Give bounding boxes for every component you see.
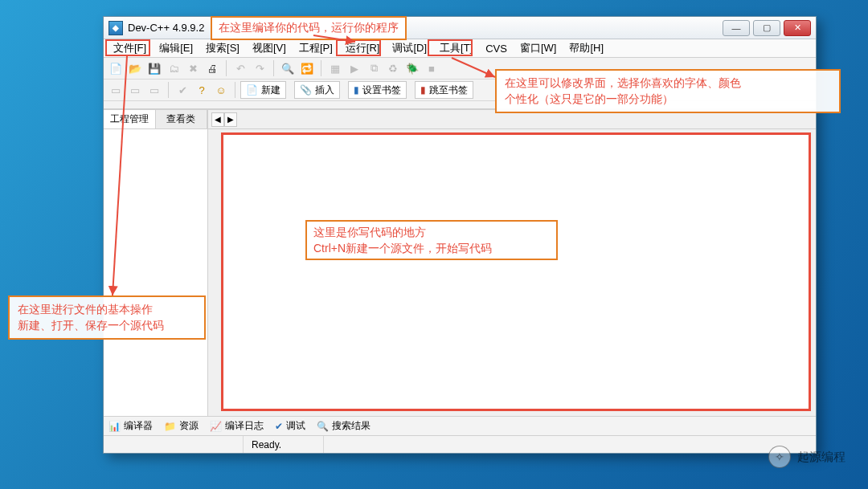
menu-help[interactable]: 帮助[H] [563, 39, 610, 58]
run-icon[interactable]: ▶ [346, 59, 363, 77]
separator [321, 60, 321, 76]
resource-icon: 📁 [164, 421, 176, 432]
side-panel: 工程管理 查看类 [104, 110, 208, 416]
new-dropdown[interactable]: 📄 新建 [240, 81, 286, 99]
t2-a[interactable]: ▭ [107, 81, 125, 99]
help-icon[interactable]: ? [193, 81, 211, 99]
compiler-icon: 📊 [108, 421, 121, 432]
insert-label: 插入 [315, 84, 334, 97]
annotation-left-line2: 新建、打开、保存一个源代码 [18, 318, 196, 334]
menu-run[interactable]: 运行[R] [339, 39, 387, 58]
about-icon[interactable]: ☺ [212, 81, 230, 99]
compile-run-icon[interactable]: ⧉ [365, 59, 383, 77]
insert-dropdown[interactable]: 📎 插入 [294, 81, 340, 99]
menu-bar: 文件[F] 编辑[E] 搜索[S] 视图[V] 工程[P] 运行[R] 调试[D… [104, 39, 816, 58]
menu-search[interactable]: 搜索[S] [199, 39, 246, 58]
maximize-button[interactable]: ▢ [753, 20, 780, 36]
annotation-left: 在这里进行文件的基本操作 新建、打开、保存一个源代码 [8, 295, 206, 340]
check-icon: ✔ [275, 421, 283, 432]
bookmark-icon: ▮ [354, 84, 359, 96]
menu-project[interactable]: 工程[P] [293, 39, 339, 58]
rebuild-icon[interactable]: ♻ [384, 59, 402, 77]
compile-icon[interactable]: ▦ [326, 59, 344, 77]
btab-resource[interactable]: 📁 资源 [164, 419, 199, 433]
new-doc-icon: 📄 [246, 84, 258, 96]
save-icon[interactable]: 💾 [145, 59, 163, 77]
menu-edit[interactable]: 编辑[E] [153, 39, 199, 58]
status-ready: Ready. [244, 436, 324, 453]
status-bar: Ready. [104, 435, 816, 453]
annotation-right-line1: 在这里可以修改界面，选择你喜欢的字体、颜色 [505, 75, 831, 92]
btab-compile-log-label: 编译日志 [225, 419, 264, 433]
menu-window[interactable]: 窗口[W] [514, 39, 563, 58]
stop-icon[interactable]: ■ [423, 59, 440, 77]
menu-debug[interactable]: 调试[D] [386, 39, 433, 58]
find-icon[interactable]: 🔍 [279, 59, 297, 77]
menu-cvs[interactable]: CVS [479, 40, 514, 57]
main-area: ◀ ▶ [208, 110, 816, 416]
bottom-tabs: 📊 编译器 📁 资源 📈 编译日志 ✔ 调试 🔍 搜索结果 [104, 416, 816, 435]
btab-search-results[interactable]: 🔍 搜索结果 [317, 419, 371, 433]
annotation-center: 这里是你写代码的地方 Ctrl+N新建一个源文件，开始写代码 [313, 225, 492, 256]
separator [226, 60, 227, 76]
menu-view[interactable]: 视图[V] [246, 39, 293, 58]
new-file-icon[interactable]: 📄 [107, 59, 125, 77]
separator [168, 82, 169, 98]
btab-compiler-label: 编译器 [124, 419, 153, 433]
window-title: Dev-C++ 4.9.9.2 [128, 22, 204, 34]
menu-file[interactable]: 文件[F] [107, 39, 153, 58]
redo-icon[interactable]: ↷ [251, 59, 268, 77]
minimize-button[interactable]: — [723, 20, 750, 36]
project-tree[interactable] [104, 129, 207, 416]
new-label: 新建 [261, 84, 280, 97]
annotation-center-line2: Ctrl+N新建一个源文件，开始写代码 [313, 241, 492, 257]
btab-search-results-label: 搜索结果 [332, 419, 371, 433]
set-bookmark-label: 设置书签 [362, 84, 401, 97]
set-bookmark-dropdown[interactable]: ▮ 设置书签 [348, 81, 407, 99]
watermark: ✧ 起源编程 [768, 446, 845, 468]
print-icon[interactable]: 🖨 [203, 59, 221, 77]
menu-tools[interactable]: 工具[T] [433, 39, 479, 58]
separator [273, 60, 274, 76]
open-file-icon[interactable]: 📂 [126, 59, 144, 77]
annotation-center-line1: 这里是你写代码的地方 [313, 225, 492, 241]
tab-scroll-right-icon[interactable]: ▶ [224, 112, 237, 127]
replace-icon[interactable]: 🔁 [298, 59, 316, 77]
watermark-icon: ✧ [768, 446, 791, 468]
annotation-right: 在这里可以修改界面，选择你喜欢的字体、颜色 个性化（这只是它的一部分功能） [495, 69, 841, 113]
app-icon: ◆ [108, 21, 123, 35]
separator [235, 82, 235, 98]
btab-debug[interactable]: ✔ 调试 [275, 419, 305, 433]
code-editor[interactable] [221, 132, 811, 411]
annotation-top: 在这里编译你的代码，运行你的程序 [211, 16, 407, 40]
goto-bookmark-label: 跳至书签 [429, 84, 468, 97]
btab-compile-log[interactable]: 📈 编译日志 [210, 419, 264, 433]
tab-project[interactable]: 工程管理 [104, 110, 156, 128]
close-tab-icon[interactable]: ✖ [184, 59, 202, 77]
btab-debug-label: 调试 [286, 419, 305, 433]
client-area: 工程管理 查看类 ◀ ▶ [104, 109, 816, 416]
side-tabs: 工程管理 查看类 [104, 110, 207, 129]
annotation-top-text: 在这里编译你的代码，运行你的程序 [219, 21, 399, 34]
close-button[interactable]: ✕ [784, 20, 811, 36]
tab-scroll-left-icon[interactable]: ◀ [211, 112, 224, 127]
insert-icon: 📎 [300, 84, 312, 96]
btab-compiler[interactable]: 📊 编译器 [108, 419, 153, 433]
save-all-icon[interactable]: 🗂 [165, 59, 182, 77]
undo-icon[interactable]: ↶ [231, 59, 249, 77]
goto-bookmark-dropdown[interactable]: ▮ 跳至书签 [415, 81, 473, 99]
annotation-left-line1: 在这里进行文件的基本操作 [18, 302, 196, 318]
t2-c[interactable]: ▭ [145, 81, 163, 99]
btab-resource-label: 资源 [179, 419, 199, 433]
goto-bookmark-icon: ▮ [420, 84, 426, 96]
t2-check[interactable]: ✔ [174, 81, 191, 99]
status-cell-1 [107, 436, 244, 453]
log-icon: 📈 [210, 421, 222, 432]
tab-classes[interactable]: 查看类 [156, 110, 208, 128]
debug-icon[interactable]: 🪲 [403, 59, 421, 77]
watermark-text: 起源编程 [797, 450, 845, 465]
annotation-right-line2: 个性化（这只是它的一部分功能） [505, 92, 831, 108]
t2-b[interactable]: ▭ [126, 81, 144, 99]
search-results-icon: 🔍 [317, 421, 329, 432]
